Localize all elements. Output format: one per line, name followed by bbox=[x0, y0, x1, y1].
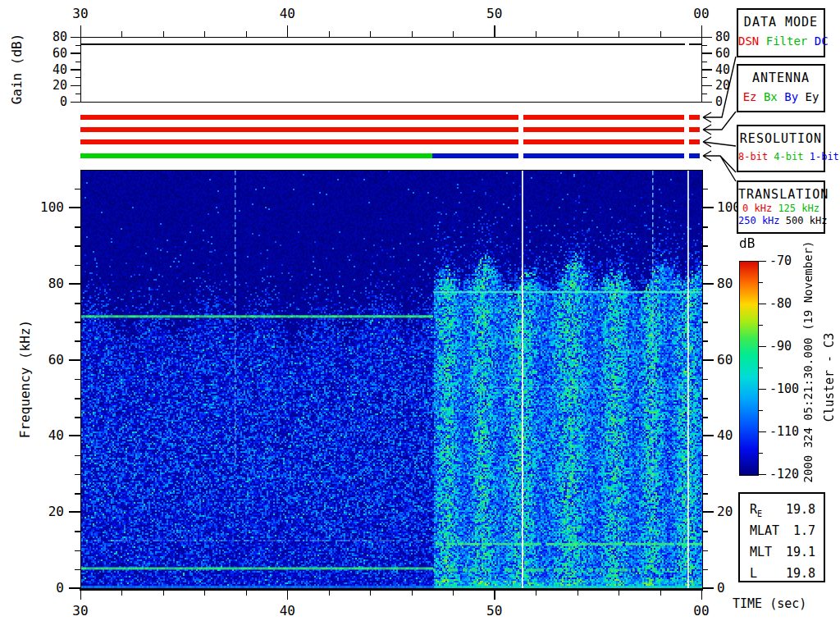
colorbar-major-tick bbox=[758, 261, 766, 262]
top-axis-tick-label: 50 bbox=[480, 7, 509, 21]
info-value: 19.8 bbox=[786, 566, 815, 581]
time-axis-title: TIME (sec) bbox=[733, 597, 806, 610]
freq-minor-tick bbox=[75, 455, 80, 457]
bottom-axis-minor-tick bbox=[204, 591, 205, 596]
antenna-bar bbox=[523, 127, 684, 132]
top-axis-minor-tick bbox=[163, 31, 164, 37]
bottom-axis-tick-label: 40 bbox=[272, 604, 302, 618]
info-value: 19.8 bbox=[786, 502, 815, 517]
freq-major-tick-right bbox=[702, 435, 714, 436]
freq-minor-tick-right bbox=[702, 322, 708, 323]
bottom-axis-major-tick bbox=[701, 591, 703, 600]
colorbar-tick-label: -100 bbox=[769, 382, 799, 395]
freq-minor-tick-right bbox=[702, 455, 708, 457]
colorbar-major-tick bbox=[758, 474, 766, 476]
bottom-axis-minor-tick bbox=[163, 591, 164, 596]
freq-major-tick-right bbox=[702, 283, 714, 285]
freq-minor-tick-right bbox=[702, 398, 708, 399]
gain-minor-tick bbox=[75, 94, 80, 94]
freq-major-tick bbox=[69, 207, 80, 208]
bottom-axis-tick-label: 50 bbox=[480, 604, 509, 618]
timestamp-annotation: 2000 324 05:21:30.000 (19 November) bbox=[801, 240, 815, 482]
freq-minor-tick bbox=[75, 245, 80, 247]
freq-minor-tick bbox=[75, 550, 80, 552]
freq-minor-tick-right bbox=[702, 303, 708, 304]
freq-major-tick bbox=[69, 587, 80, 589]
colorbar-title: dB bbox=[739, 237, 755, 250]
colorbar-minor-tick bbox=[758, 368, 763, 368]
gain-tick-label: 0 bbox=[33, 95, 67, 108]
gain-tick-label: 40 bbox=[33, 63, 67, 76]
freq-minor-tick bbox=[75, 322, 80, 323]
resolution-bar bbox=[80, 139, 518, 144]
top-axis-minor-tick bbox=[660, 31, 661, 37]
ephemeris-info-box: RE19.8MLAT1.7MLT19.1L19.8 bbox=[738, 492, 825, 582]
bottom-axis-minor-tick bbox=[121, 591, 122, 596]
gain-minor-tick bbox=[75, 62, 80, 62]
spectrogram-canvas bbox=[80, 170, 703, 589]
wbd-spectrogram-display: Gain (dB) Frequency (kHz) 30304040505000… bbox=[0, 0, 840, 630]
freq-tick-label: 60 bbox=[28, 353, 64, 367]
info-label: MLT bbox=[750, 545, 772, 559]
colorbar-major-tick bbox=[758, 304, 766, 305]
bottom-axis-tick-label: 00 bbox=[687, 604, 716, 618]
colorbar-tick-label: -90 bbox=[769, 340, 792, 353]
freq-minor-tick bbox=[75, 379, 80, 381]
freq-major-tick bbox=[69, 435, 80, 436]
freq-tick-label: 20 bbox=[28, 504, 64, 518]
freq-tick-label-right: 80 bbox=[717, 276, 733, 290]
bottom-axis-minor-tick bbox=[370, 591, 371, 596]
translation-bar bbox=[523, 153, 684, 158]
translation-bar bbox=[432, 153, 518, 158]
gain-trace-seg bbox=[80, 43, 685, 45]
colorbar-tick-label: -70 bbox=[769, 254, 792, 267]
top-axis-tick-label: 30 bbox=[66, 7, 95, 21]
bottom-axis-major-tick bbox=[494, 591, 495, 600]
spacecraft-annotation: Cluster - C3 bbox=[822, 333, 837, 422]
info-label: L bbox=[750, 566, 757, 581]
freq-minor-tick bbox=[75, 303, 80, 304]
top-axis-major-tick bbox=[80, 25, 82, 37]
colorbar-minor-tick bbox=[758, 410, 763, 411]
colorbar-tick-label: -80 bbox=[769, 297, 792, 310]
freq-tick-label-right: 20 bbox=[717, 504, 733, 518]
freq-major-tick-right bbox=[702, 587, 714, 589]
bottom-axis-tick-label: 30 bbox=[66, 604, 95, 618]
gain-major-tick bbox=[71, 52, 80, 54]
bottom-axis-minor-tick bbox=[619, 591, 619, 596]
bottom-axis-major-tick bbox=[80, 591, 82, 600]
colorbar-tick-label: -110 bbox=[769, 425, 799, 438]
colorbar-tick-label: -120 bbox=[769, 468, 799, 481]
bottom-axis-minor-tick bbox=[412, 591, 413, 596]
freq-tick-label: 0 bbox=[28, 581, 64, 595]
gain-axis-title: Gain (dB) bbox=[9, 34, 25, 105]
top-axis-minor-tick bbox=[412, 31, 413, 37]
colorbar-minor-tick bbox=[758, 453, 763, 454]
colorbar-major-tick bbox=[758, 346, 766, 348]
gain-plot bbox=[80, 37, 702, 103]
bottom-axis-minor-tick bbox=[660, 591, 661, 596]
gain-tick-label: 20 bbox=[33, 79, 67, 92]
freq-minor-tick bbox=[75, 398, 80, 399]
freq-minor-tick-right bbox=[702, 474, 708, 476]
freq-major-tick bbox=[69, 511, 80, 513]
resolution-bar bbox=[523, 139, 684, 144]
info-value: 19.1 bbox=[786, 545, 815, 559]
colorbar-minor-tick bbox=[758, 282, 763, 283]
freq-minor-tick bbox=[75, 417, 80, 418]
top-axis-minor-tick bbox=[370, 31, 371, 37]
bottom-axis-major-tick bbox=[287, 591, 289, 600]
info-row-mlat: MLAT1.7 bbox=[750, 523, 815, 538]
time-axis-line bbox=[80, 588, 703, 591]
bottom-axis-minor-tick bbox=[578, 591, 578, 596]
freq-minor-tick bbox=[75, 474, 80, 476]
freq-minor-tick bbox=[75, 340, 80, 342]
freq-minor-tick bbox=[75, 189, 80, 190]
top-axis-minor-tick bbox=[204, 31, 205, 37]
freq-major-tick bbox=[69, 283, 80, 285]
freq-major-tick-right bbox=[702, 359, 714, 361]
freq-minor-tick-right bbox=[702, 550, 708, 552]
freq-tick-label-right: 60 bbox=[717, 353, 733, 367]
freq-tick-label: 80 bbox=[28, 276, 64, 290]
freq-minor-tick bbox=[75, 265, 80, 267]
